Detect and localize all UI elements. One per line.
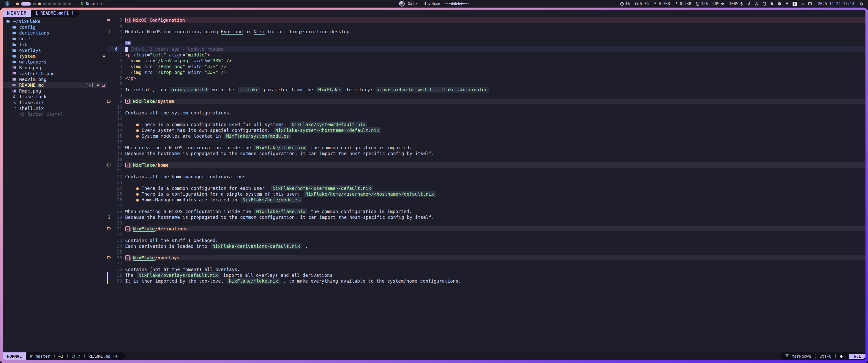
editor-line-29[interactable]: 23 [107,179,866,185]
editor-line-23[interactable]: 17When creating a NixOS configuration in… [107,145,866,151]
workspace-8[interactable] [58,2,61,5]
tree-item-wallpapers[interactable]: wallpapers [3,59,107,65]
editor-line-38[interactable]: 32 [107,232,866,237]
editor-line-12[interactable]: 6 [107,81,866,87]
editor-line-13[interactable]: 7To install, run nixos-rebuild with the … [107,87,866,93]
editor-line-40[interactable]: 34Each derivation is loaded into NixFlak… [107,243,866,249]
workspace-9[interactable] [63,2,66,5]
tree-item-overlays[interactable]: overlays [3,47,107,53]
vpn-tray-icon[interactable] [785,2,789,6]
editor-line-8[interactable]: 2 <img src="/NeoVim.png" width="33%" /> [107,58,866,64]
editor-line-1[interactable]: 51NixOS Configuration [107,17,866,23]
tree-item-shell-nix[interactable]: shell.nix [3,105,107,111]
bluetooth-tray-icon[interactable] [747,2,751,6]
tab-neotree[interactable]: NEOVIM [3,9,31,16]
hub-tray-icon[interactable] [755,2,759,6]
editor-line-41[interactable]: 35 [107,249,866,255]
workspace-4[interactable] [38,2,41,5]
editor-line-18[interactable]: 12 [107,116,866,122]
music-widget[interactable]: Gåte - Ulveham [399,1,469,6]
editor-line-20[interactable]: 14 ● Every system has its own special co… [107,127,866,133]
editor-line-14[interactable]: 8 [107,93,866,98]
workspace-6[interactable] [48,2,51,5]
tree-item-config[interactable]: config [3,24,107,30]
editor-line-11[interactable]: 5</p> [107,75,866,81]
workspace-1[interactable] [16,2,19,5]
workspace-3[interactable] [33,2,36,5]
editor-line-26[interactable]: 202NixFlake/home [107,162,866,168]
heading-level-icon: 2 [125,255,130,260]
editor-line-3[interactable]: I3Modular NixOS configuration, using Hyp… [107,29,866,35]
editor-line-39[interactable]: 33Contains all the stuff I packaged. [107,237,866,243]
editor-line-10[interactable]: 4 <img src="/Btop.png" width="33%" /> [107,69,866,75]
tab-buffer-readme[interactable]: 1 README.md[1+] [31,9,79,16]
tree-item-label: system [19,54,36,59]
download-icon[interactable] [653,2,657,6]
editor-line-19[interactable]: 13 ● There is a common configuration use… [107,122,866,127]
editor-line-27[interactable]: 21 [107,168,866,174]
editor-line-25[interactable]: 19 [107,156,866,162]
clock[interactable]: 2025-11-24 17:14 [818,1,855,6]
tree-item-nixflake[interactable]: ~/NixFlake [3,19,107,24]
tree-item-lib[interactable]: lib [3,42,107,47]
nixos-logo-icon[interactable] [4,1,10,6]
tree-item-rmpc-png[interactable]: Rmpc.png [3,88,107,94]
editor-line-45[interactable]: 39The NixFlake/overlays/default.nix impo… [107,272,866,278]
editor-line-4[interactable]: 2 [107,35,866,40]
editor-line-2[interactable]: 4 [107,23,866,29]
tree-item-btop-png[interactable]: Btop.png [3,65,107,71]
tree-item-flake-lock[interactable]: flake.lock [3,94,107,100]
tree-item-home[interactable]: home [3,36,107,42]
editor-buffer[interactable]: 51NixOS Configuration4I3Modular NixOS co… [107,16,866,353]
editor-line-46[interactable]: 40It is then imported by the top-level N… [107,278,866,284]
editor-line-36[interactable]: 30 [107,220,866,226]
editor-line-31[interactable]: 25 ● There is a configuration for a sing… [107,191,866,197]
editor-line-44[interactable]: 38Contains (not at the moment) all overl… [107,266,866,272]
pinlock-tray-icon[interactable] [770,2,774,6]
shield-tray-icon[interactable] [762,2,766,6]
chip-icon[interactable] [634,2,639,6]
keyboard-tray-icon[interactable] [800,2,804,6]
database-icon[interactable] [696,2,700,6]
editor-line-5[interactable]: 1PNG [107,40,866,46]
editor-line-37[interactable]: 312NixFlake/derivations [107,226,866,232]
tree-item-8-hidden-items[interactable]: (8 hidden items) [3,111,107,117]
editor-line-42[interactable]: 362NixFlake/overlays [107,255,866,261]
workspace-5[interactable] [43,2,46,5]
editor-line-7[interactable]: 1<p float="left" align="middle"> [107,52,866,58]
tree-item-readme-md[interactable]: README.md[+]● [3,82,107,88]
editor-line-22[interactable]: 16 [107,139,866,145]
editor-line-24[interactable]: 18Because the hostname is propagated to … [107,151,866,156]
gauge-icon[interactable] [620,2,624,6]
tree-item-derivations[interactable]: derivations [3,30,107,36]
workspace-7[interactable] [53,2,56,5]
editor-line-9[interactable]: 3 <img src="/Rmpc.png" width="33%" /> [107,64,866,69]
editor-line-33[interactable]: 27 [107,203,866,208]
editor-line-17[interactable]: 11Contains all the system configurations… [107,110,866,116]
workspace-10[interactable] [68,2,71,5]
speaker-icon[interactable] [720,2,724,6]
tree-item-fastfetch-png[interactable]: FastFetch.png [3,71,107,76]
editor-line-15[interactable]: 92NixFlake/system [107,98,866,104]
tree-item-flake-nix[interactable]: flake.nix [3,100,107,105]
mic-icon[interactable] [740,2,744,6]
tree-item-system[interactable]: system● [3,53,107,59]
editor-line-16[interactable]: 10 [107,104,866,110]
term-tray-icon[interactable] [808,2,812,6]
editor-line-28[interactable]: 22Contains all the home-manager configur… [107,174,866,179]
tree-item-neovim-png[interactable]: NeoVim.png [3,76,107,82]
workspaces[interactable] [16,2,71,5]
check-tray-icon[interactable] [777,2,781,6]
editor-line-6[interactable]: 6ChUrl, 2 years ago - Update readme [107,46,866,52]
editor-line-35[interactable]: I29Because the hostname is propagated to… [107,214,866,220]
upload-icon[interactable] [675,2,679,6]
file-tree[interactable]: ~/NixFlakeconfigderivationshomeliboverla… [3,16,107,353]
zellij-tray-icon[interactable]: Z [793,2,797,6]
editor-line-30[interactable]: 24 ● There is a common configuration for… [107,185,866,191]
bell-icon[interactable] [860,2,864,6]
editor-line-34[interactable]: 28When creating a NixOS configuration in… [107,208,866,214]
editor-line-21[interactable]: 15 ● System modules are located in NixFl… [107,133,866,139]
editor-line-32[interactable]: 26 ● Home-Manager modules are located in… [107,197,866,203]
editor-line-43[interactable]: 37 [107,261,866,266]
workspace-2[interactable] [21,2,31,5]
